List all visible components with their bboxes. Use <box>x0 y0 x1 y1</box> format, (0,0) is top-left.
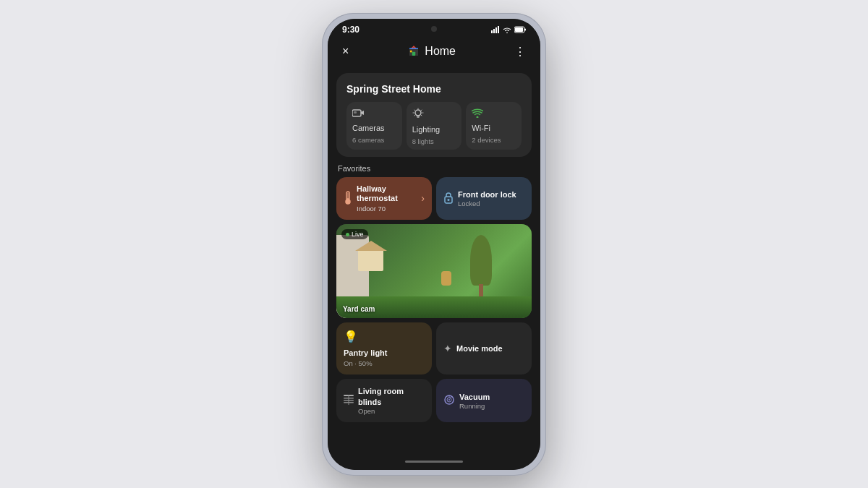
garden-house <box>358 249 383 271</box>
category-cameras[interactable]: Cameras 6 cameras <box>346 102 402 150</box>
cameras-icon <box>352 108 396 121</box>
wifi-cat-icon <box>472 108 516 121</box>
cameras-label: Cameras <box>352 124 396 133</box>
svg-point-8 <box>410 51 412 53</box>
svg-marker-2 <box>495 27 497 33</box>
thermostat-info: Hallway thermostat Indoor 70 <box>357 184 417 213</box>
home-name: Spring Street Home <box>346 83 522 95</box>
svg-rect-11 <box>354 111 357 114</box>
svg-rect-9 <box>352 110 361 116</box>
vacuum-info: Vacuum Running <box>459 392 490 410</box>
blinds-status: Open <box>358 407 425 415</box>
main-content: Spring Street Home Cameras 6 cameras <box>328 67 540 456</box>
bottom-bar <box>328 456 540 470</box>
thermostat-arrow: › <box>421 192 425 204</box>
camera-tile[interactable]: Live Yard cam <box>336 224 532 318</box>
live-dot <box>346 233 349 236</box>
svg-line-29 <box>451 396 452 398</box>
phone-frame: 9:30 <box>322 13 546 476</box>
svg-point-19 <box>448 199 450 201</box>
thermostat-tile[interactable]: Hallway thermostat Indoor 70 › <box>336 177 432 220</box>
svg-rect-6 <box>524 28 526 30</box>
lighting-icon <box>412 108 456 122</box>
blinds-info: Living room blinds Open <box>358 386 425 415</box>
movie-icon: ✦ <box>443 343 452 354</box>
signal-icon <box>491 26 500 33</box>
devices-row-1: 💡 Pantry light On · 50% ✦ Movie mode <box>336 322 532 374</box>
blinds-icon <box>344 395 354 407</box>
svg-marker-3 <box>498 26 499 33</box>
favorites-label: Favorites <box>338 164 532 173</box>
garden-tree <box>470 235 492 286</box>
moviemode-title: Movie mode <box>456 343 503 354</box>
svg-point-27 <box>448 399 450 401</box>
live-badge: Live <box>341 229 368 239</box>
garden-dog <box>441 271 451 286</box>
home-indicator <box>405 461 463 463</box>
lock-tile[interactable]: Front door lock Locked <box>436 177 532 220</box>
devices-row-2: Living room blinds Open <box>336 379 532 422</box>
lock-title: Front door lock <box>458 189 516 200</box>
cameras-sub: 6 cameras <box>352 136 396 144</box>
status-icons <box>491 26 526 33</box>
category-wifi[interactable]: Wi-Fi 2 devices <box>466 102 522 150</box>
wifi-sub: 2 devices <box>472 136 516 144</box>
category-row: Cameras 6 cameras Lighting 8 light <box>346 102 522 150</box>
thermostat-status: Indoor 70 <box>357 205 417 213</box>
lock-info: Front door lock Locked <box>458 189 516 207</box>
svg-marker-0 <box>491 30 493 33</box>
favorites-row: Hallway thermostat Indoor 70 › <box>336 177 532 220</box>
moviemode-tile[interactable]: ✦ Movie mode <box>436 322 532 374</box>
app-title-bar: Home <box>407 45 456 58</box>
vacuum-status: Running <box>459 402 490 410</box>
pantrylight-tile[interactable]: 💡 Pantry light On · 50% <box>336 322 432 374</box>
phone-screen: 9:30 <box>328 19 540 470</box>
pantrylight-status: On · 50% <box>344 359 425 367</box>
blinds-tile[interactable]: Living room blinds Open <box>336 379 432 422</box>
camera-name: Yard cam <box>343 305 375 313</box>
blinds-title: Living room blinds <box>358 386 425 407</box>
lock-status: Locked <box>458 200 516 207</box>
wifi-label: Wi-Fi <box>472 124 516 133</box>
close-button[interactable]: × <box>339 42 352 61</box>
live-label: Live <box>352 231 364 238</box>
status-time: 9:30 <box>342 25 359 35</box>
light-bulb-icon: 💡 <box>344 330 425 343</box>
wifi-icon <box>503 26 511 33</box>
svg-rect-7 <box>412 52 416 56</box>
thermostat-title: Hallway thermostat <box>357 184 417 203</box>
thermostat-icon <box>344 190 352 207</box>
svg-point-17 <box>346 200 350 204</box>
home-card: Spring Street Home Cameras 6 cameras <box>336 73 532 157</box>
svg-marker-1 <box>493 29 495 33</box>
svg-rect-5 <box>515 27 523 32</box>
svg-point-13 <box>477 116 479 118</box>
menu-button[interactable]: ⋮ <box>511 42 529 61</box>
pantrylight-title: Pantry light <box>344 348 425 358</box>
app-title: Home <box>425 45 456 58</box>
lighting-sub: 8 lights <box>412 137 456 145</box>
battery-icon <box>514 26 526 33</box>
top-bar: × Home ⋮ <box>328 38 540 67</box>
camera-dot <box>431 26 437 32</box>
category-lighting[interactable]: Lighting 8 lights <box>407 102 462 150</box>
lock-icon <box>443 191 454 206</box>
vacuum-title: Vacuum <box>459 392 490 402</box>
svg-point-12 <box>415 110 421 116</box>
vacuum-icon <box>443 394 455 408</box>
google-home-logo <box>407 45 420 58</box>
lighting-label: Lighting <box>412 125 456 134</box>
vacuum-tile[interactable]: Vacuum Running <box>436 379 532 422</box>
